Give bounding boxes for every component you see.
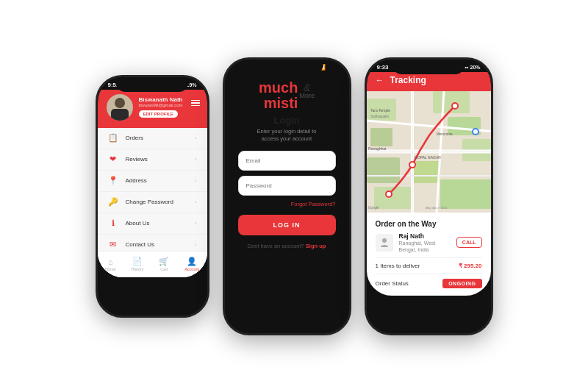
battery-icon-2: 20% [328,65,338,70]
notch-3 [392,60,465,74]
divider-2 [376,274,482,274]
nav-cart[interactable]: 🛒 Cart [159,257,169,271]
user-name: Biswanath Nath [139,96,198,103]
chevron-icon: › [195,241,197,248]
contact-label: Contact Us [126,241,187,248]
svg-point-18 [453,104,457,108]
signup-link[interactable]: Sign up [306,243,326,249]
edit-profile-button[interactable]: EDIT PROFILE [139,110,178,118]
hamburger-menu-icon[interactable] [191,100,200,107]
orders-icon: 📋 [108,133,118,143]
nav-cart-label: Cart [160,267,168,271]
change-password-label: Change Password [126,199,187,205]
app-logo: much misti & More [259,79,315,110]
nav-home[interactable]: ⌂ Home [105,257,116,271]
svg-text:Ranaghhat: Ranaghhat [368,146,387,151]
logo-much: much [259,79,298,96]
cart-icon: 🛒 [159,257,169,266]
svg-text:GOPAL NAGAR: GOPAL NAGAR [415,155,441,160]
phone-2: 9:35 📶 20% much misti & More [223,57,351,335]
home-icon: ⌂ [108,257,113,266]
login-content: much misti & More Login Enter your login… [225,72,349,249]
logo-misti: misti [264,96,298,110]
phone-1: 9:52 ▪▪▪ 19% Biswanath Nath biswani99@gm… [96,75,209,318]
logo-more: More [299,93,315,99]
address-label: Address [126,177,187,184]
phone-2-inner: 9:35 📶 20% much misti & More [225,60,349,249]
rider-address: Ranaghat, WestBengal, India [399,240,451,253]
tracking-map: Tara Temple Subhaspalhi Ranaghhat GOPAL … [367,91,491,213]
items-row: 1 Items to deliver ₹ 295.20 [376,263,482,269]
about-label: About Us [126,220,187,227]
svg-point-24 [473,129,478,134]
chevron-icon: › [195,177,197,184]
chevron-icon: › [195,220,197,227]
password-icon: 🔑 [108,197,118,207]
svg-point-32 [382,238,387,243]
email-input[interactable] [238,151,336,171]
rider-info: Raj Nath Ranaghat, WestBengal, India [399,232,451,253]
password-input[interactable] [238,176,336,196]
notch-1 [115,77,189,92]
menu-item-reviews[interactable]: ❤ Reviews › [98,149,207,171]
svg-text:Google: Google [368,206,379,210]
logo-ampersand: & [299,82,315,93]
contact-icon: ✉ [108,240,118,250]
nav-home-label: Home [105,267,116,271]
status-row: Order Status ONGOING [376,279,482,288]
order-status-badge: ONGOING [442,279,481,288]
menu-item-change-password[interactable]: 🔑 Change Password › [98,192,207,213]
user-email: biswani99@gmail.com [139,103,198,107]
about-icon: ℹ [108,218,118,229]
svg-text:Subhaspalhi: Subhaspalhi [370,115,389,118]
nav-account[interactable]: 👤 Account [184,257,199,271]
battery-icon-3: ▪▪▪ 20% [463,65,480,70]
divider-1 [376,257,482,258]
avatar [107,94,133,121]
map-svg: Tara Temple Subhaspalhi Ranaghhat GOPAL … [367,91,491,213]
call-button[interactable]: CALL [456,237,482,248]
status-time-2: 9:35 [235,64,247,71]
order-panel: Order on the Way Raj Nath Ranaghat, West… [367,213,491,296]
forgot-password-link[interactable]: Forgot Password? [238,201,336,207]
phone-1-inner: 9:52 ▪▪▪ 19% Biswanath Nath biswani99@gm… [98,77,207,277]
svg-rect-9 [440,179,491,209]
nav-history[interactable]: 📄 History [131,257,143,271]
rider-name: Raj Nath [399,232,451,240]
order-on-way-title: Order on the Way [376,220,482,228]
svg-point-20 [410,163,415,167]
svg-rect-2 [370,128,392,146]
status-icons-3: ▪▪▪ 20% [463,65,480,70]
reviews-label: Reviews [126,156,187,163]
order-status-label: Order Status [376,280,409,287]
svg-text:Tara Temple: Tara Temple [370,108,390,113]
menu-item-about[interactable]: ℹ About Us › [98,213,207,235]
menu-item-address[interactable]: 📍 Address › [98,171,207,192]
history-icon: 📄 [132,257,143,266]
bottom-nav: ⌂ Home 📄 History 🛒 Cart 👤 Account [98,251,207,277]
phone-3: 9:33 ▪▪▪ 20% ← Tracking [365,57,493,335]
chevron-icon: › [195,135,197,141]
phone-3-inner: 9:33 ▪▪▪ 20% ← Tracking [367,60,491,296]
orders-label: Orders [126,135,187,141]
signup-prompt: Dont have an account? [248,243,304,249]
chevron-icon: › [195,156,197,163]
items-price: ₹ 295.20 [459,263,482,269]
items-label: 1 Items to deliver [376,263,420,269]
svg-rect-7 [367,157,400,183]
signup-text: Dont have an account? Sign up [248,243,326,249]
account-icon: 👤 [187,257,197,266]
menu-item-orders[interactable]: 📋 Orders › [98,128,207,149]
tracking-title: Tracking [390,75,482,85]
login-button[interactable]: LOG IN [238,215,336,235]
chevron-icon: › [195,199,197,205]
back-button[interactable]: ← [376,75,384,85]
login-subtitle: Enter your login detail toaccess your ac… [257,128,317,143]
profile-header: Biswanath Nath biswani99@gmail.com EDIT … [98,90,207,128]
status-time-3: 9:33 [377,64,389,71]
nav-history-label: History [131,267,143,271]
tracking-header: ← Tracking [367,72,491,91]
notch-2 [250,60,323,74]
login-title: Login [273,115,299,126]
nav-account-label: Account [184,267,199,271]
